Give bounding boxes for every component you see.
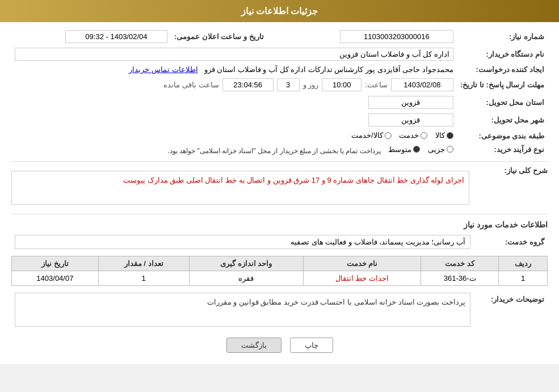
category-option-kala[interactable]: کالا — [435, 131, 453, 140]
description-value: اجرای لوله گذاری خط انتقال جاهای شماره 9… — [11, 171, 469, 205]
service-group-section: گروه خدمت: آب رسانی؛ مدیریت پسماند، فاضل… — [11, 233, 548, 251]
need-number-label: شماره نیاز: — [457, 28, 548, 45]
cell-date: 1403/04/07 — [12, 271, 99, 286]
deadline-label: مهلت ارسال پاسخ: تا تاریخ: — [457, 76, 548, 94]
deadline-days: 3 — [277, 78, 300, 91]
radio-kala-icon — [447, 132, 453, 139]
category-label: طبقه بندی موضوعی: — [457, 129, 548, 143]
radio-kala-khedmat-icon — [385, 132, 392, 139]
page-header: جزئیات اطلاعات نیاز — [0, 0, 559, 22]
services-table: ردیف کد خدمت نام خدمت واحد اندازه گیری ت… — [11, 256, 548, 286]
cell-count: 1 — [98, 271, 189, 286]
creator-contact-link[interactable]: اطلاعات تماس خریدار — [129, 65, 197, 74]
announce-datetime-label: تاریخ و ساعت اعلان عمومی: — [171, 28, 281, 45]
province-label: استان محل تحویل: — [457, 94, 548, 111]
process-note: پرداخت تمام یا بخشی از مبلغ خریدار از مح… — [167, 146, 380, 154]
divider-2 — [11, 214, 548, 214]
process-option-motavasset[interactable]: متوسط — [388, 145, 420, 154]
back-button[interactable]: بازگشت — [226, 338, 281, 353]
print-button[interactable]: چاپ — [290, 338, 333, 353]
buyer-org-value: اداره کل آب و فاضلاب استان قزوین — [15, 48, 453, 61]
deadline-time-label: ساعت: — [365, 81, 388, 89]
col-header-name: نام خدمت — [303, 256, 421, 271]
page-title: جزئیات اطلاعات نیاز — [241, 6, 318, 16]
radio-jozi-icon — [447, 146, 453, 153]
deadline-days-label: روز و — [303, 81, 319, 89]
col-header-count: تعداد / مقدار — [98, 256, 189, 271]
deadline-remaining-label: ساعت باقی مانده — [163, 81, 218, 89]
deadline-date: 1403/02/08 — [391, 78, 453, 91]
service-group-value: آب رسانی؛ مدیریت پسماند، فاضلاب و فعالیت… — [15, 235, 470, 249]
cell-unit: فقره — [189, 271, 303, 286]
creator-label: ایجاد کننده درخواست: — [457, 63, 548, 76]
col-header-row: ردیف — [499, 256, 548, 271]
buyer-org-label: نام دستگاه خریدار: — [457, 45, 548, 63]
radio-khedmat-icon — [421, 132, 427, 139]
cell-code: ت-36-361 — [421, 271, 498, 286]
buyer-notes-label: توضیحات خریدار: — [474, 290, 548, 329]
col-header-date: تاریخ نیاز — [12, 256, 99, 271]
cell-row: 1 — [499, 271, 548, 286]
service-group-label: گروه خدمت: — [474, 233, 548, 251]
process-label: نوع فرآیند خرید: — [457, 143, 548, 157]
description-label: شرح کلی نیاز: — [474, 166, 548, 175]
col-header-unit: واحد اندازه گیری — [189, 256, 303, 271]
need-number-value: 1103003203000016 — [340, 30, 453, 43]
creator-value: محمدجواد حاجی آقایزدی پور کارشناس تدارکا… — [204, 65, 453, 74]
city-value: قزوین — [368, 113, 453, 127]
action-buttons: چاپ بازگشت — [11, 338, 548, 353]
cell-name: احداث خط انتقال — [303, 271, 421, 286]
radio-motavasset-icon — [413, 146, 420, 153]
divider-1 — [11, 161, 548, 162]
buyer-notes-section: توضیحات خریدار: پرداخت بصورت اسناد خزانه… — [11, 290, 548, 329]
process-option-jozi[interactable]: جزیی — [428, 145, 453, 154]
buyer-notes-value: پرداخت بصورت اسناد خزانه اسلامی با احتسا… — [15, 293, 470, 327]
deadline-time: 10:00 — [322, 78, 362, 91]
service-info-title: اطلاعات خدمات مورد نیاز — [11, 220, 548, 229]
deadline-remaining: 23:04:56 — [222, 78, 274, 91]
category-option-khedmat[interactable]: خدمت — [399, 131, 427, 140]
announce-datetime-value: 1403/02/04 - 09:32 — [65, 30, 167, 43]
city-label: شهر محل تحویل: — [457, 111, 548, 129]
table-row: 1 ت-36-361 احداث خط انتقال فقره 1 1403/0… — [12, 271, 548, 286]
info-section: شماره نیاز: 1103003203000016 تاریخ و ساع… — [11, 28, 548, 157]
col-header-code: کد خدمت — [421, 256, 498, 271]
category-option-kala-khedmat[interactable]: کالا/خدمت — [351, 131, 392, 140]
province-value: قزوین — [368, 96, 453, 109]
